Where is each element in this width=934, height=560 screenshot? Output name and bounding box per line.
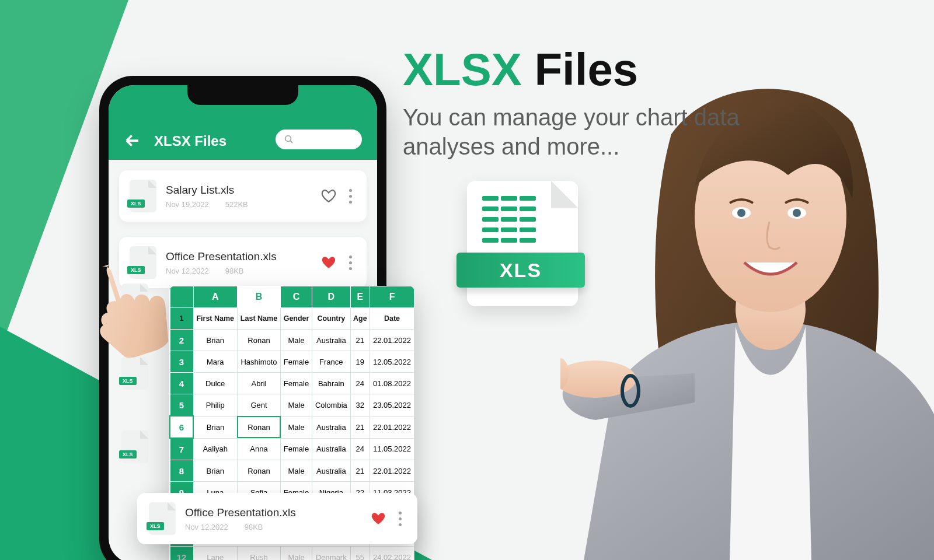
- cell[interactable]: Abril: [237, 373, 280, 394]
- cell[interactable]: Female: [281, 373, 312, 394]
- cell[interactable]: Male: [281, 416, 312, 438]
- favorite-button[interactable]: [321, 255, 336, 270]
- cell[interactable]: 23.05.2022: [370, 394, 414, 416]
- cell[interactable]: Gent: [237, 394, 280, 416]
- more-button[interactable]: [395, 508, 406, 530]
- column-header[interactable]: E: [350, 286, 370, 308]
- cell[interactable]: Male: [281, 460, 312, 482]
- appbar-title: XLSX Files: [154, 133, 226, 149]
- file-name: Salary List.xls: [166, 184, 312, 197]
- cell[interactable]: Ronan: [237, 330, 280, 351]
- cell[interactable]: Anna: [237, 438, 280, 460]
- row-header[interactable]: 6: [170, 416, 193, 438]
- column-header[interactable]: F: [370, 286, 414, 308]
- search-input[interactable]: [276, 130, 362, 149]
- cell[interactable]: 24: [350, 438, 370, 460]
- row-header[interactable]: 2: [170, 330, 193, 351]
- cell[interactable]: 11.05.2022: [370, 438, 414, 460]
- cell[interactable]: Rush: [237, 547, 280, 561]
- xls-large-icon: XLS: [467, 181, 578, 306]
- svg-point-3: [737, 209, 745, 217]
- file-name: Office Presentation.xls: [166, 250, 312, 263]
- cell[interactable]: Date: [370, 308, 414, 330]
- cell[interactable]: Brian: [193, 460, 237, 482]
- hero-title: XLSX Files: [403, 47, 823, 92]
- file-meta: Nov 19,2022522KB: [166, 200, 312, 209]
- column-header[interactable]: D: [312, 286, 351, 308]
- cell[interactable]: 22.01.2022: [370, 460, 414, 482]
- cell[interactable]: Age: [350, 308, 370, 330]
- cell[interactable]: 01.08.2022: [370, 373, 414, 394]
- file-meta: Nov 12,202298KB: [185, 523, 361, 531]
- cell[interactable]: Australia: [312, 438, 351, 460]
- cell[interactable]: Female: [281, 351, 312, 373]
- cell[interactable]: Gender: [281, 308, 312, 330]
- xls-ribbon-label: XLS: [456, 253, 585, 288]
- cell[interactable]: Denmark: [312, 547, 351, 561]
- cell[interactable]: Ronan: [237, 460, 280, 482]
- favorite-button[interactable]: [371, 511, 386, 526]
- column-header[interactable]: A: [193, 286, 237, 308]
- row-header[interactable]: 12: [170, 547, 193, 561]
- column-header[interactable]: B: [237, 286, 280, 308]
- row-header[interactable]: 8: [170, 460, 193, 482]
- cell[interactable]: 12.05.2022: [370, 351, 414, 373]
- back-button[interactable]: [124, 132, 141, 149]
- favorite-button[interactable]: [321, 188, 336, 204]
- svg-point-5: [793, 209, 801, 217]
- phone-notch: [187, 85, 298, 105]
- cell[interactable]: 32: [350, 394, 370, 416]
- cell[interactable]: 22.01.2022: [370, 330, 414, 351]
- cell[interactable]: Male: [281, 330, 312, 351]
- more-button[interactable]: [346, 186, 356, 207]
- cell[interactable]: Last Name: [237, 308, 280, 330]
- cell[interactable]: Brian: [193, 330, 237, 351]
- cell[interactable]: Male: [281, 547, 312, 561]
- xls-file-icon: XLS: [130, 180, 156, 212]
- cell[interactable]: Australia: [312, 416, 351, 438]
- column-header[interactable]: C: [281, 286, 312, 308]
- hero-title-accent: XLSX: [403, 44, 522, 95]
- hero-text: XLSX Files You can manage your chart dat…: [403, 47, 823, 161]
- cell[interactable]: 19: [350, 351, 370, 373]
- cell[interactable]: Bahrain: [312, 373, 351, 394]
- cell[interactable]: Ronan: [237, 416, 280, 438]
- xls-file-icon: XLS: [149, 502, 176, 535]
- file-card[interactable]: XLS Salary List.xls Nov 19,2022522KB: [119, 170, 367, 222]
- cell[interactable]: Australia: [312, 460, 351, 482]
- row-header[interactable]: 1: [170, 308, 193, 330]
- cell[interactable]: Male: [281, 394, 312, 416]
- file-meta: Nov 12,202298KB: [166, 267, 312, 275]
- more-button[interactable]: [346, 252, 356, 274]
- row-header[interactable]: 5: [170, 394, 193, 416]
- row-header[interactable]: 4: [170, 373, 193, 394]
- cell[interactable]: 55: [350, 547, 370, 561]
- cell[interactable]: 22.01.2022: [370, 416, 414, 438]
- cell[interactable]: Mara: [193, 351, 237, 373]
- file-card-floating[interactable]: XLS Office Presentation.xls Nov 12,20229…: [137, 493, 417, 544]
- cell[interactable]: Aaliyah: [193, 438, 237, 460]
- cell[interactable]: France: [312, 351, 351, 373]
- cell[interactable]: Lane: [193, 547, 237, 561]
- hero-title-rest: Files: [522, 44, 638, 95]
- cell[interactable]: First Name: [193, 308, 237, 330]
- cell[interactable]: Colombia: [312, 394, 351, 416]
- cell[interactable]: Country: [312, 308, 351, 330]
- cell[interactable]: 21: [350, 460, 370, 482]
- cell[interactable]: 21: [350, 330, 370, 351]
- cell[interactable]: Brian: [193, 416, 237, 438]
- xls-file-icon: XLS: [121, 430, 148, 463]
- cell[interactable]: 24: [350, 373, 370, 394]
- file-name: Office Presentation.xls: [185, 506, 361, 519]
- hero-subtitle: You can manage your chart data analyses …: [403, 103, 823, 161]
- cell[interactable]: 21: [350, 416, 370, 438]
- row-header[interactable]: 3: [170, 351, 193, 373]
- cell[interactable]: Female: [281, 438, 312, 460]
- cell[interactable]: Hashimoto: [237, 351, 280, 373]
- cell[interactable]: 24.02.2022: [370, 547, 414, 561]
- cell[interactable]: Australia: [312, 330, 351, 351]
- svg-point-9: [285, 136, 291, 142]
- cell[interactable]: Dulce: [193, 373, 237, 394]
- row-header[interactable]: 7: [170, 438, 193, 460]
- cell[interactable]: Philip: [193, 394, 237, 416]
